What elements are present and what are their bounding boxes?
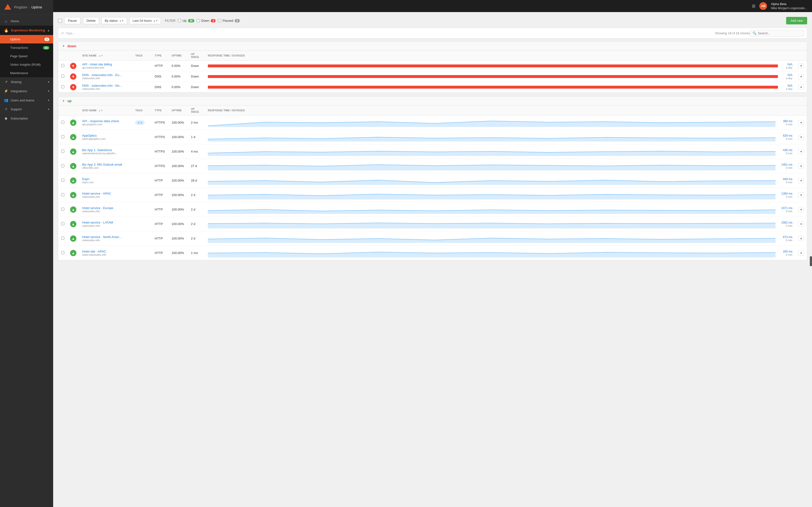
grid-icon[interactable]: ⊞: [752, 3, 755, 9]
type-cell: HTTP: [152, 217, 169, 231]
col-header-site-name[interactable]: SITE NAME ▲▼: [79, 51, 133, 61]
col-header-tags: TAGS: [133, 106, 152, 115]
status-up-icon: ▲: [70, 235, 77, 242]
actions-cell: ▾: [795, 71, 807, 82]
status-up-icon: ▲: [70, 177, 77, 184]
by-status-select[interactable]: By status ▲▼: [101, 17, 127, 24]
filter-up[interactable]: Up 36: [178, 19, 194, 22]
uptime-cell: 100.00%: [169, 188, 188, 202]
sidebar-item-sharing[interactable]: ↗ Sharing ▾: [0, 77, 53, 87]
row-action-button[interactable]: ▾: [798, 74, 804, 79]
sidebar-item-experience-monitoring[interactable]: 🔥 Experience Monitoring ▴: [0, 25, 53, 35]
actions-cell: ▾: [795, 145, 807, 159]
site-name[interactable]: Hotel service - LATAM: [82, 221, 130, 224]
site-name[interactable]: Biz App 1: Salesforce: [82, 148, 130, 152]
row-action-button[interactable]: ▾: [798, 63, 804, 68]
row-checkbox[interactable]: [61, 251, 64, 254]
response-ms: 389 ms: [778, 119, 793, 123]
response-cell: 436 ms 0 min: [205, 145, 795, 159]
site-name[interactable]: Biz App 2: MS Outlook email: [82, 163, 130, 166]
sidebar-item-transactions[interactable]: Transactions 15: [0, 44, 53, 52]
row-action-button[interactable]: ▾: [798, 134, 804, 140]
row-action-button[interactable]: ▾: [798, 236, 804, 241]
row-checkbox[interactable]: [61, 135, 64, 138]
filter-up-checkbox[interactable]: [178, 19, 181, 22]
filter-down[interactable]: Down 3: [197, 19, 215, 22]
up-since-cell: 2 d: [188, 188, 205, 202]
response-cell: 1562 ms 0 min: [205, 217, 795, 231]
row-checkbox[interactable]: [61, 121, 64, 124]
site-name[interactable]: Hotel service - North Amer...: [82, 235, 130, 239]
sidebar-item-maintenance[interactable]: Maintenance: [0, 69, 53, 77]
up-since-cell: 2 d: [188, 202, 205, 217]
site-name[interactable]: API - Hotel site billing: [82, 62, 130, 66]
site-name-cell: Hotel service - LATAM solarsuites.info: [79, 217, 133, 231]
main-area: ⊞ AB Alpha Beta Mike Morgan's organizati…: [53, 0, 812, 507]
site-name[interactable]: DNS - solarsuites.info - Eu...: [82, 73, 130, 77]
uptime-cell: 0.00%: [169, 82, 188, 93]
row-action-button[interactable]: ▾: [798, 120, 804, 125]
filter-down-checkbox[interactable]: [197, 19, 200, 22]
row-checkbox[interactable]: [61, 74, 64, 78]
sidebar-item-uptime[interactable]: Uptime 3: [0, 35, 53, 44]
sidebar-item-home[interactable]: ⌂ Home: [0, 17, 53, 25]
row-action-button[interactable]: ▾: [798, 149, 804, 154]
uptime-cell: 100.00%: [169, 231, 188, 246]
filter-paused[interactable]: Paused 0: [218, 19, 240, 22]
row-checkbox[interactable]: [61, 150, 64, 153]
collapse-icon: ▼: [62, 44, 65, 48]
row-action-button[interactable]: ▾: [798, 192, 804, 198]
uptime-cell: 100.00%: [169, 217, 188, 231]
site-name[interactable]: Hotel site - APAC: [82, 249, 130, 253]
col-header-site-name[interactable]: SITE NAME ▲▼: [79, 106, 133, 115]
row-action-button[interactable]: ▾: [798, 207, 804, 212]
site-name[interactable]: Hotel service - Europe: [82, 206, 130, 210]
chevron-down-icon: ▾: [48, 99, 49, 102]
down-section-header[interactable]: ▼ down: [58, 42, 807, 51]
up-section-header[interactable]: ▼ up: [58, 97, 807, 106]
caret-icon: ▲▼: [153, 19, 158, 22]
sidebar-item-support[interactable]: ? Support ▾: [0, 105, 53, 114]
sidebar-item-visitor-insights[interactable]: Visitor Insights (RUM): [0, 60, 53, 69]
response-cell: 629 ms 0 min: [205, 130, 795, 145]
tags-input[interactable]: 🏷 Tags...: [61, 32, 715, 35]
sidebar-item-subscription[interactable]: ◆ Subscription: [0, 114, 53, 123]
up-since-cell: 1 d: [188, 130, 205, 145]
sidebar-item-users-teams[interactable]: 👥 Users and teams ▾: [0, 96, 53, 105]
site-name[interactable]: Espn: [82, 177, 130, 181]
add-new-button[interactable]: Add new: [786, 17, 807, 24]
site-name[interactable]: API - response data check: [82, 119, 130, 123]
row-action-button[interactable]: ▾: [798, 221, 804, 227]
delete-button[interactable]: Delete: [83, 17, 99, 24]
row-action-button[interactable]: ▾: [798, 163, 804, 169]
site-name[interactable]: DNS - solarsuites.info - No...: [82, 84, 130, 88]
row-checkbox[interactable]: [61, 193, 64, 196]
row-checkbox[interactable]: [61, 237, 64, 240]
row-action-button[interactable]: ▾: [798, 250, 804, 256]
support-tab[interactable]: SUPPORT: [810, 257, 812, 266]
sidebar-item-integrations[interactable]: ⚡ Integrations ▾: [0, 87, 53, 96]
select-all-checkbox[interactable]: [58, 19, 62, 23]
search-input[interactable]: [758, 32, 801, 35]
site-name[interactable]: AppOptics: [82, 134, 130, 137]
pause-button[interactable]: Pause: [64, 17, 81, 24]
site-name[interactable]: Hotel service - APAC: [82, 192, 130, 195]
row-checkbox[interactable]: [61, 85, 64, 89]
table-row: ▲ Hotel service - North Amer... solarsui…: [58, 231, 807, 246]
site-url: solarsuites.info: [82, 224, 130, 227]
sidebar-item-label: Sharing: [11, 80, 21, 84]
row-checkbox[interactable]: [61, 64, 64, 67]
table-row: ▲ Biz App 2: MS Outlook email office365.…: [58, 159, 807, 173]
row-action-button[interactable]: ▾: [798, 84, 804, 90]
last-24h-select[interactable]: Last 24 hours ▲▼: [130, 17, 161, 24]
row-checkbox[interactable]: [61, 179, 64, 182]
chevron-up-icon: ▴: [48, 29, 49, 32]
row-checkbox[interactable]: [61, 208, 64, 211]
sidebar-item-page-speed[interactable]: Page Speed: [0, 52, 53, 60]
row-checkbox[interactable]: [61, 222, 64, 225]
row-checkbox[interactable]: [61, 164, 64, 167]
response-ms: 1562 ms: [778, 221, 793, 224]
row-action-button[interactable]: ▾: [798, 178, 804, 183]
filter-paused-checkbox[interactable]: [218, 19, 221, 22]
breadcrumb-parent[interactable]: Pingdom: [14, 5, 27, 9]
